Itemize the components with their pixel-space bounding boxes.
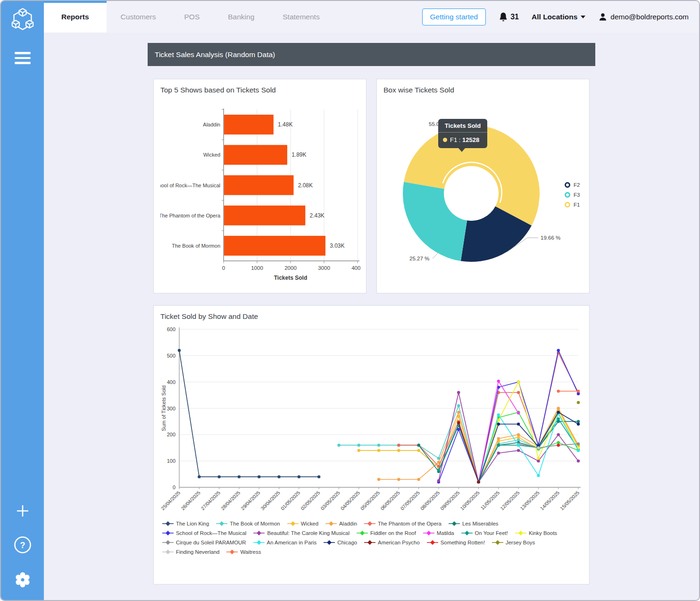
legend-item-the-book-of-mormon[interactable]: The Book of Mormon [216,521,280,526]
legend-item-school-of-rock-the-musical[interactable]: School of Rock—The Musical [162,530,246,536]
bar-the-phantom-of-the-opera[interactable] [224,206,306,225]
legend-marker-icon [162,540,174,545]
x-date-label: 14/05/2025 [539,490,560,511]
x-date-label: 25/04/2025 [160,490,182,511]
tooltip-value: F1 : 12528 [450,136,479,143]
x-date-label: 15/05/2025 [559,490,581,511]
legend-marker-icon [461,531,473,535]
legend-item-beautiful-the-carole-king-musical[interactable]: Beautiful: The Carole King Musical [253,530,350,536]
legend-item-something-rotten[interactable]: Something Rotten! [427,540,485,545]
legend-label: On Your Feet! [475,530,508,536]
menu-icon[interactable] [15,52,31,67]
legend-marker-icon [226,550,238,554]
tooltip-series-dot [443,138,447,142]
legend-marker-icon [364,521,375,526]
legend-item-f3[interactable]: F3 [565,192,580,198]
legend-item-the-lion-king[interactable]: The Lion King [162,521,209,526]
x-date-label: 04/05/2025 [339,490,361,511]
bar-school-of-rock-the-musical[interactable] [224,175,294,195]
tooltip-arrow [458,148,466,152]
legend-item-on-your-feet[interactable]: On Your Feet! [461,530,508,536]
donut-chart-title: Box wise Tickets Sold [383,86,583,94]
x-date-label: 26/04/2025 [180,490,201,511]
legend-item-wicked[interactable]: Wicked [287,521,318,526]
legend-marker-icon [515,531,526,535]
bar-aladdin[interactable] [224,115,274,134]
line-chart: 010020030040050060025/04/202526/04/20252… [160,323,583,517]
legend-ring-icon [565,182,570,188]
legend-marker-icon [427,540,438,545]
bar-the-book-of-mormon[interactable] [224,236,325,256]
y-tick-label: 0 [173,484,175,490]
legend-item-chicago[interactable]: Chicago [324,540,357,545]
y-tick-label: 500 [167,353,175,359]
bar-value-label: 1.48K [278,121,292,128]
legend-item-jersey-boys[interactable]: Jersey Boys [492,540,535,545]
legend-label: The Book of Mormon [230,521,280,526]
x-date-label: 29/04/2025 [240,490,261,511]
bar-wicked[interactable] [224,145,287,165]
add-icon[interactable] [16,504,30,518]
legend-label: Waitress [240,549,261,555]
legend-label: Aladdin [339,521,357,526]
bar-value-label: 2.08K [298,182,313,189]
legend-label: Beautiful: The Carole King Musical [267,530,350,536]
legend-item-cirque-du-soleil-paramour[interactable]: Cirque du Soleil PARAMOUR [162,540,246,545]
line-y-axis-title: Sum of Tickets Sold [161,385,167,431]
legend-marker-icon [162,531,174,535]
legend-item-aladdin[interactable]: Aladdin [325,521,357,526]
legend-label: Les Miserables [462,521,499,526]
bar-category-label: The Phantom of the Opera [160,213,221,218]
donut-label-f3: 25.27 % [409,256,429,261]
legend-item-kinky-boots[interactable]: Kinky Boots [515,530,557,536]
x-tick-label: 4000 [351,265,360,271]
notification-count: 31 [510,13,519,21]
series-finding-neverland[interactable] [537,446,540,449]
x-date-label: 10/05/2025 [459,490,481,511]
series-the-lion-king[interactable] [178,349,321,478]
tooltip-title: Tickets Sold [438,119,487,133]
help-icon[interactable]: ? [14,536,32,554]
legend-item-american-psycho[interactable]: American Psycho [364,540,420,545]
legend-item-the-phantom-of-the-opera[interactable]: The Phantom of the Opera [364,521,442,526]
settings-icon[interactable] [15,572,31,588]
legend-label: Matilda [437,530,454,536]
user-menu[interactable]: demo@boldreports.com [598,12,689,22]
legend-marker-icon [357,531,368,535]
user-icon [598,12,608,22]
series-kinky-boots[interactable] [477,380,580,484]
series-on-your-feet[interactable] [437,417,580,484]
series-something-rotten[interactable] [557,443,560,446]
bar-category-label: Aladdin [203,122,220,127]
legend-marker-icon [287,521,299,526]
tab-reports[interactable]: Reports [44,1,107,33]
y-tick-label: 400 [167,379,175,385]
tab-pos[interactable]: POS [170,1,214,33]
legend-item-waitress[interactable]: Waitress [226,549,261,555]
bar-x-axis-title: Tickets Sold [274,275,307,281]
location-selector[interactable]: All Locations [532,13,585,21]
legend-item-matilda[interactable]: Matilda [423,530,454,536]
x-date-label: 06/05/2025 [379,490,401,511]
legend-item-fiddler-on-the-roof[interactable]: Fiddler on the Roof [357,530,416,536]
tab-statements[interactable]: Statements [268,1,333,33]
x-date-label: 11/05/2025 [479,490,500,511]
legend-item-f2[interactable]: F2 [565,182,580,188]
svg-text:?: ? [20,541,25,550]
getting-started-button[interactable]: Getting started [422,8,486,25]
user-email: demo@boldreports.com [610,13,689,21]
legend-label: Cirque du Soleil PARAMOUR [176,540,246,545]
series-jersey-boys[interactable] [577,401,580,404]
legend-item-finding-neverland[interactable]: Finding Neverland [162,549,219,555]
donut-slice-f3[interactable] [403,182,467,261]
tab-customers[interactable]: Customers [107,1,170,33]
notifications-button[interactable]: 31 [499,12,519,22]
legend-item-f1[interactable]: F1 [565,202,580,208]
legend-ring-icon [565,192,570,198]
legend-marker-icon [162,521,174,526]
chevron-down-icon [581,16,585,18]
legend-item-an-american-in-paris[interactable]: An American in Paris [253,540,317,545]
tab-banking[interactable]: Banking [214,1,268,33]
legend-label: Kinky Boots [529,530,557,536]
legend-item-les-miserables[interactable]: Les Miserables [449,521,499,526]
